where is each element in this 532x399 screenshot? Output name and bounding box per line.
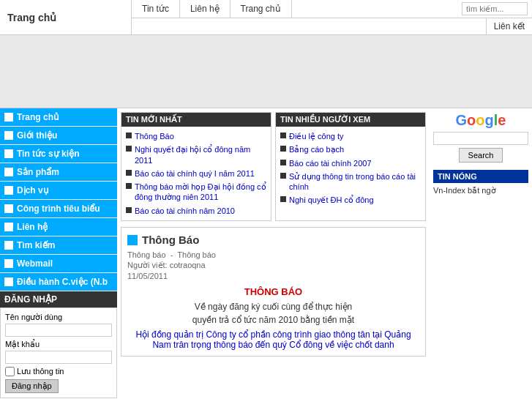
list-item: Sử dụng thông tin trong báo cáo tài chín… (280, 170, 421, 194)
list-item: Báo cáo tài chính 2007 (280, 157, 421, 170)
article-author: Người viết: cotraoqna (127, 261, 419, 270)
news-link[interactable]: Thông báo mời họp Đại hội đồng cổ đông t… (135, 182, 266, 203)
sidebar-item-tintuc[interactable]: Tin tức sự kiện (0, 145, 117, 163)
timkiem-icon (4, 241, 13, 250)
bullet-icon (280, 160, 286, 165)
tin-nong-header: TIN NÓNG (433, 170, 528, 183)
tin-moi-nhat-header: TIN MỚI NHẤT (121, 113, 271, 127)
list-item: Điều lệ công ty (280, 130, 421, 143)
sidebar-item-congtrinh[interactable]: Công trình tiêu biểu (0, 200, 117, 218)
news-link[interactable]: Nghi quyết đại hội cổ đông năm 2011 (135, 144, 266, 165)
google-g3: o (476, 112, 484, 128)
tin-nhieu-nguoi-xem-list: Điều lệ công ty Bảng cáo bạch Báo cáo tà… (276, 127, 425, 210)
article-meta: Thông báo - Thông báo (127, 250, 419, 259)
bullet-icon (280, 173, 286, 179)
congtrinh-icon (4, 204, 13, 213)
dichvu-icon (4, 186, 13, 195)
bullet-icon (280, 133, 286, 138)
banner (0, 35, 532, 108)
sanpham-icon (4, 168, 13, 176)
sidebar-item-dieuhanhcviec[interactable]: Điều hành C.việc (N.b (0, 273, 117, 291)
header-nav-line1: Tin tức Liên hệ Trang chủ (132, 0, 532, 18)
news-link[interactable]: Báo cáo tài chính năm 2010 (135, 206, 235, 216)
google-g2: o (467, 112, 476, 128)
news-link[interactable]: Báo cáo tài chính 2007 (289, 158, 372, 168)
news-link[interactable]: Nghi quyết ĐH cổ đông (289, 195, 374, 205)
news-link[interactable]: Thông Báo (135, 131, 174, 141)
webmail-icon (4, 259, 13, 268)
sidebar-item-trangchu[interactable]: Trang chủ (0, 108, 117, 127)
nav-lienket[interactable]: Liên kết (486, 18, 532, 34)
list-item: Nghi quyết ĐH cổ đông (280, 193, 421, 206)
main-content: Trang chủ Giới thiệu Tin tức sự kiện Sản… (0, 108, 532, 398)
article-body: THÔNG BÁO Về ngày đăng ký cuối cùng để t… (127, 286, 419, 350)
bullet-icon (280, 146, 286, 152)
remember-checkbox[interactable] (5, 367, 15, 376)
dieuhanhcviec-icon (4, 277, 13, 286)
article-main-title: THÔNG BÁO (127, 286, 419, 297)
article-date: 11/05/2011 (127, 272, 419, 280)
news-link[interactable]: Báo cáo tài chính quý I năm 2011 (135, 168, 255, 179)
username-label: Tên người dùng (5, 313, 112, 322)
sidebar-item-gioithieu[interactable]: Giới thiệu (0, 127, 117, 145)
remember-label: Lưu thông tin (17, 367, 64, 376)
nav-trangchu[interactable]: Trang chủ (231, 0, 292, 18)
tin-nong-content: Vn-Index bắt ngờ (433, 186, 528, 195)
news-link[interactable]: Sử dụng thông tin trong báo cáo tài chín… (289, 171, 421, 193)
google-g1: G (456, 112, 468, 128)
header: Trang chủ Tin tức Liên hệ Trang chủ Liên… (0, 0, 532, 35)
article-para: Hội đồng quản trị Công ty cổ phần công t… (127, 329, 419, 350)
list-item: Báo cáo tài chính quý I năm 2011 (126, 167, 266, 180)
bullet-icon (280, 196, 286, 202)
bullet-icon (126, 207, 132, 213)
search-input[interactable] (462, 2, 528, 15)
nav-tintuc[interactable]: Tin tức (132, 0, 180, 18)
center-content: TIN MỚI NHẤT Thông Báo Nghi quyết đại hộ… (117, 108, 430, 398)
password-field[interactable] (5, 351, 112, 364)
sidebar-item-sanpham[interactable]: Sản phẩm (0, 163, 117, 182)
login-header: ĐĂNG NHẬP (0, 291, 117, 307)
tintuc-icon (4, 149, 13, 158)
article-title: Thông Báo (142, 234, 199, 246)
article: Thông Báo Thông báo - Thông báo Người vi… (121, 227, 426, 357)
google-g4: g (485, 112, 494, 128)
sidebar-item-lienhe[interactable]: Liên hệ (0, 218, 117, 236)
list-item: Thông Báo (126, 130, 266, 143)
bullet-icon (126, 146, 132, 152)
google-search-box: Search (433, 132, 528, 163)
article-category-label: Thông báo (127, 250, 166, 259)
sidebar-item-webmail[interactable]: Webmail (0, 255, 117, 273)
sidebar-item-dichvu[interactable]: Dịch vụ (0, 182, 117, 200)
news-link[interactable]: Bảng cáo bạch (289, 144, 344, 154)
article-icon (127, 235, 138, 245)
bullet-icon (126, 183, 132, 189)
google-search-input[interactable] (433, 132, 528, 145)
header-right: Tin tức Liên hệ Trang chủ Liên kết (132, 0, 532, 34)
google-box: Google Search (433, 112, 528, 163)
gioithieu-icon (4, 131, 13, 140)
tin-nhieu-nguoi-xem-header: TIN NHIỀU NGƯỜI XEM (276, 113, 425, 127)
google-g6: e (498, 112, 506, 128)
sidebar-item-timkiem[interactable]: Tìm kiếm (0, 236, 117, 255)
password-label: Mật khẩu (5, 340, 112, 349)
article-subtitle2: quyền trả cổ tức năm 2010 bằng tiền mặt (127, 315, 419, 325)
news-boxes: TIN MỚI NHẤT Thông Báo Nghi quyết đại hộ… (121, 112, 426, 221)
news-link[interactable]: Điều lệ công ty (289, 131, 344, 141)
bullet-icon (126, 133, 132, 138)
login-button[interactable]: Đăng nhập (5, 379, 59, 393)
header-nav-line2: Liên kết (132, 18, 532, 34)
bullet-icon (126, 170, 132, 176)
header-search-area (292, 0, 532, 18)
sidebar-menu: Trang chủ Giới thiệu Tin tức sự kiện Sản… (0, 108, 117, 291)
header-logo: Trang chủ (0, 0, 132, 34)
username-field[interactable] (5, 324, 112, 337)
remember-row: Lưu thông tin (5, 367, 112, 376)
login-box: Tên người dùng Mật khẩu Lưu thông tin Đă… (0, 307, 117, 398)
trangchu-icon (4, 113, 13, 122)
lienhe-icon (4, 223, 13, 231)
google-search-button[interactable]: Search (459, 148, 503, 163)
list-item: Bảng cáo bạch (280, 143, 421, 156)
tin-moi-nhat-box: TIN MỚI NHẤT Thông Báo Nghi quyết đại hộ… (121, 112, 271, 221)
list-item: Nghi quyết đại hội cổ đông năm 2011 (126, 143, 266, 167)
nav-lienhe[interactable]: Liên hệ (180, 0, 231, 18)
